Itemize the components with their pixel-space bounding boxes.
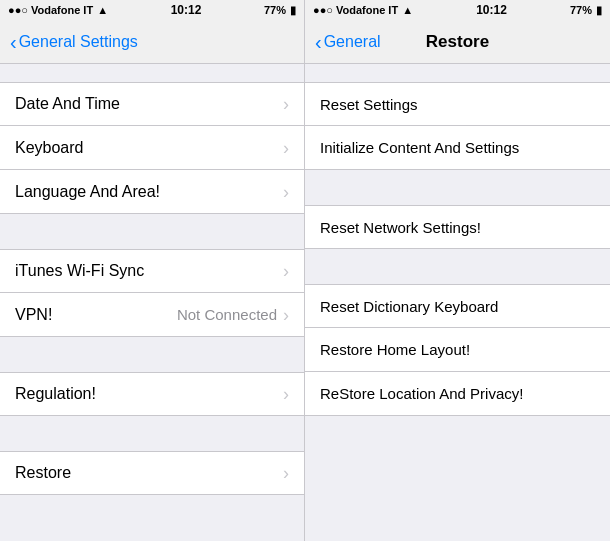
chevron-icon: › xyxy=(283,139,289,157)
left-group2: iTunes Wi-Fi Sync › VPN! Not Connected › xyxy=(0,249,304,337)
right-settings-content: Reset Settings Initialize Content And Se… xyxy=(305,64,610,541)
right-carrier: ●●○ Vodafone IT xyxy=(313,4,398,16)
cell-label: Initialize Content And Settings xyxy=(320,139,519,156)
right-gap3 xyxy=(305,249,610,284)
chevron-icon: › xyxy=(283,183,289,201)
list-item[interactable]: Restore Home Layout! xyxy=(305,328,610,372)
cell-label: Keyboard xyxy=(15,139,283,157)
right-nav-back-label: General xyxy=(324,33,381,51)
right-back-chevron-icon: ‹ xyxy=(315,32,322,52)
cell-label: Language And Area! xyxy=(15,183,283,201)
left-nav-back-label: General Settings xyxy=(19,33,138,51)
list-item[interactable]: iTunes Wi-Fi Sync › xyxy=(0,249,304,293)
list-item[interactable]: Initialize Content And Settings xyxy=(305,126,610,170)
cell-label: Date And Time xyxy=(15,95,283,113)
chevron-icon: › xyxy=(283,464,289,482)
left-panel: ●●○ Vodafone IT ▲ 10:12 77% ▮ ‹ General … xyxy=(0,0,305,541)
left-nav-back[interactable]: ‹ General Settings xyxy=(10,32,138,52)
cell-label: iTunes Wi-Fi Sync xyxy=(15,262,283,280)
right-gap1 xyxy=(305,64,610,82)
left-settings-content: Date And Time › Keyboard › Language And … xyxy=(0,64,304,541)
signal-left: ▲ xyxy=(97,4,108,16)
gap2 xyxy=(0,214,304,249)
cell-label: Reset Network Settings! xyxy=(320,219,481,236)
list-item[interactable]: Date And Time › xyxy=(0,82,304,126)
chevron-icon: › xyxy=(283,385,289,403)
right-battery-icon: ▮ xyxy=(596,4,602,17)
right-battery: 77% xyxy=(570,4,592,16)
right-gap2 xyxy=(305,170,610,205)
right-nav-bar: ‹ General Restore xyxy=(305,20,610,64)
list-item[interactable]: Language And Area! › xyxy=(0,170,304,214)
list-item[interactable]: VPN! Not Connected › xyxy=(0,293,304,337)
chevron-icon: › xyxy=(283,306,289,324)
right-group1: Reset Settings Initialize Content And Se… xyxy=(305,82,610,170)
left-back-chevron-icon: ‹ xyxy=(10,32,17,52)
list-item[interactable]: Keyboard › xyxy=(0,126,304,170)
right-signal-icon: ▲ xyxy=(402,4,413,16)
status-left: ●●○ Vodafone IT ▲ xyxy=(8,4,108,16)
cell-label: Reset Dictionary Keyboard xyxy=(320,298,498,315)
list-item[interactable]: Reset Network Settings! xyxy=(305,205,610,249)
right-status-right: 77% ▮ xyxy=(570,4,602,17)
cell-label: VPN! xyxy=(15,306,177,324)
cell-label: ReStore Location And Privacy! xyxy=(320,385,523,402)
chevron-icon: › xyxy=(283,262,289,280)
right-panel: ●●○ Vodafone IT ▲ 10:12 77% ▮ ‹ General … xyxy=(305,0,610,541)
carrier-left: ●●○ Vodafone IT xyxy=(8,4,93,16)
left-status-bar: ●●○ Vodafone IT ▲ 10:12 77% ▮ xyxy=(0,0,304,20)
right-group2: Reset Network Settings! xyxy=(305,205,610,249)
list-item[interactable]: Regulation! › xyxy=(0,372,304,416)
right-time: 10:12 xyxy=(476,3,507,17)
cell-label: Restore xyxy=(15,464,283,482)
list-item[interactable]: Reset Settings xyxy=(305,82,610,126)
right-status-bar: ●●○ Vodafone IT ▲ 10:12 77% ▮ xyxy=(305,0,610,20)
cell-label: Regulation! xyxy=(15,385,283,403)
battery-left: 77% xyxy=(264,4,286,16)
left-group1: Date And Time › Keyboard › Language And … xyxy=(0,82,304,214)
right-nav-back[interactable]: ‹ General xyxy=(315,32,395,52)
gap3 xyxy=(0,337,304,372)
status-right: 77% ▮ xyxy=(264,4,296,17)
left-nav-bar: ‹ General Settings xyxy=(0,20,304,64)
time-left: 10:12 xyxy=(171,3,202,17)
right-group3: Reset Dictionary Keyboard Restore Home L… xyxy=(305,284,610,416)
chevron-icon: › xyxy=(283,95,289,113)
list-item[interactable]: Reset Dictionary Keyboard xyxy=(305,284,610,328)
gap4 xyxy=(0,416,304,451)
right-nav-title: Restore xyxy=(395,32,520,52)
cell-label: Restore Home Layout! xyxy=(320,341,470,358)
gap1 xyxy=(0,64,304,82)
cell-label: Reset Settings xyxy=(320,96,418,113)
left-group4: Restore › xyxy=(0,451,304,495)
left-group3: Regulation! › xyxy=(0,372,304,416)
battery-icon-left: ▮ xyxy=(290,4,296,17)
vpn-status: Not Connected xyxy=(177,306,277,323)
list-item[interactable]: ReStore Location And Privacy! xyxy=(305,372,610,416)
list-item[interactable]: Restore › xyxy=(0,451,304,495)
right-status-left: ●●○ Vodafone IT ▲ xyxy=(313,4,413,16)
